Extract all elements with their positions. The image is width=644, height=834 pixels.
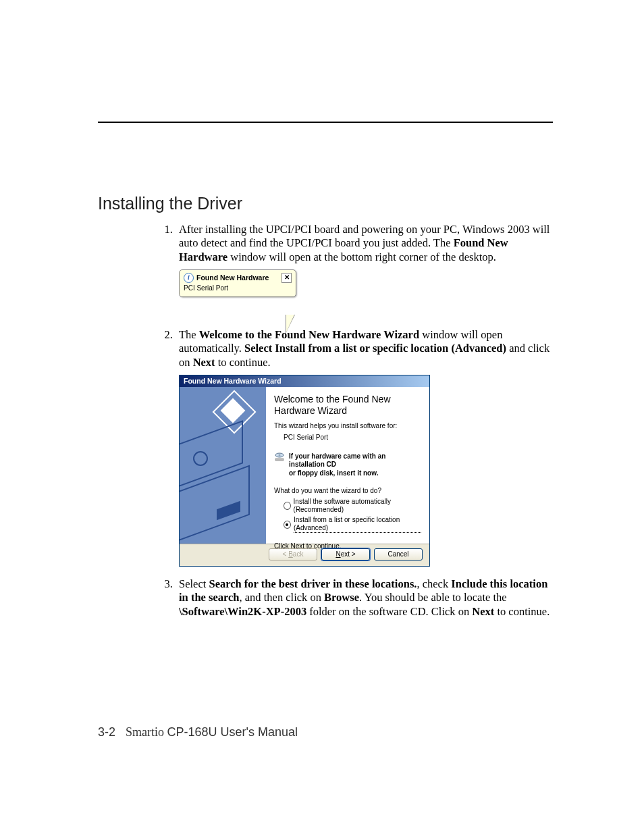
- step3-mid3: . You should be able to locate the: [359, 591, 507, 604]
- page-number: 3-2: [98, 725, 115, 739]
- step-3: Select Search for the best driver in the…: [176, 577, 553, 619]
- step2-pre: The: [179, 328, 199, 341]
- info-icon: i: [184, 273, 194, 283]
- balloon-body: PCI Serial Port: [184, 284, 292, 292]
- step2-bold3: Next: [193, 356, 215, 369]
- step-1: After installing the UPCI/PCI board and …: [176, 223, 553, 317]
- radio-icon-selected: [284, 521, 291, 529]
- wizard-device-name: PCI Serial Port: [284, 434, 421, 442]
- balloon-tooltip: i Found New Hardware ✕ PCI Serial Port: [179, 269, 553, 317]
- step3-bold5: Next: [472, 605, 494, 618]
- cancel-button[interactable]: Cancel: [374, 548, 423, 561]
- step1-text-post: window will open at the bottom right cor…: [227, 251, 496, 263]
- step3-pre: Select: [179, 577, 209, 590]
- wizard-titlebar: Found New Hardware Wizard: [180, 375, 429, 387]
- radio-option-advanced[interactable]: Install from a list or specific location…: [284, 516, 421, 533]
- wizard-side-graphic: [180, 387, 266, 544]
- wizard-heading: Welcome to the Found New Hardware Wizard: [274, 394, 421, 417]
- step2-bold1: Welcome to the Found New Hardware Wizard: [199, 328, 419, 341]
- step-2: The Welcome to the Found New Hardware Wi…: [176, 328, 553, 567]
- step3-mid4: folder on the software CD. Click on: [306, 605, 472, 618]
- footer-manual: CP-168U User's Manual: [167, 725, 298, 739]
- back-button: < Back: [269, 548, 317, 561]
- wizard-helps-text: This wizard helps you install software f…: [274, 422, 421, 430]
- cd-icon: [274, 452, 285, 462]
- top-rule: [98, 122, 553, 123]
- radio-icon: [284, 502, 291, 510]
- footer-smartio: Smartio: [126, 725, 167, 739]
- step3-post: to continue.: [494, 605, 549, 618]
- cd-text-line2: or floppy disk, insert it now.: [289, 469, 421, 477]
- wizard-dialog: Found New Hardware Wizard Welcome to the…: [179, 375, 430, 567]
- step-list: After installing the UPCI/PCI board and …: [149, 223, 553, 619]
- step2-bold2: Select Install from a list or specific l…: [244, 342, 506, 355]
- wizard-main: Welcome to the Found New Hardware Wizard…: [266, 387, 429, 544]
- radio-label-auto: Install the software automatically (Reco…: [294, 498, 421, 515]
- cd-text-line1: If your hardware came with an installati…: [289, 452, 421, 469]
- next-button[interactable]: Next >: [321, 548, 370, 561]
- balloon-title: Found New Hardware: [196, 273, 269, 282]
- step3-bold3: Browse: [324, 591, 359, 604]
- step3-mid1: , check: [417, 577, 451, 590]
- radio-label-advanced: Install from a list or specific location…: [294, 516, 421, 533]
- section-heading: Installing the Driver: [98, 194, 553, 213]
- step3-bold1: Search for the best driver in these loca…: [209, 577, 417, 590]
- svg-point-1: [279, 454, 280, 456]
- page-footer: 3-2 Smartio CP-168U User's Manual: [98, 725, 298, 739]
- wizard-question: What do you want the wizard to do?: [274, 487, 421, 495]
- close-icon[interactable]: ✕: [281, 273, 292, 283]
- step3-mid2: , and then click on: [240, 591, 325, 604]
- radio-option-auto[interactable]: Install the software automatically (Reco…: [284, 498, 421, 515]
- step3-bold4: \Software\Win2K-XP-2003: [179, 605, 306, 618]
- step2-post: to continue.: [215, 356, 271, 369]
